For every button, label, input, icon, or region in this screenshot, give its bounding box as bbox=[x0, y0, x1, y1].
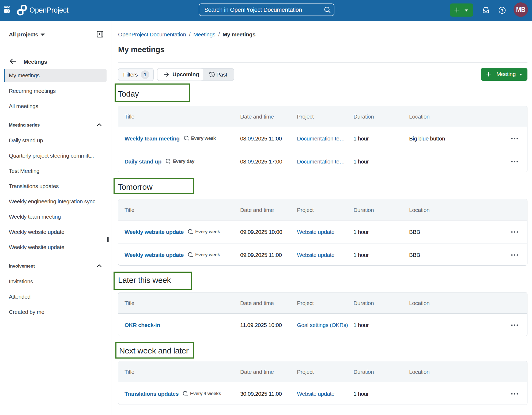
svg-text:?: ? bbox=[501, 8, 503, 13]
